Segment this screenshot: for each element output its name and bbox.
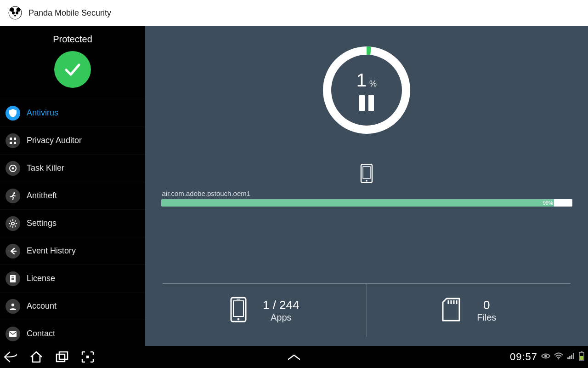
protection-status-label: Protected <box>53 34 92 45</box>
svg-point-5 <box>14 15 16 16</box>
arrow-left-icon <box>6 244 20 259</box>
svg-rect-42 <box>86 356 89 358</box>
runner-icon <box>6 189 20 203</box>
svg-point-13 <box>11 222 14 225</box>
expand-up-button[interactable] <box>287 350 301 364</box>
panda-logo-icon <box>7 5 23 21</box>
phone-icon <box>230 297 247 324</box>
protection-status: Protected <box>0 26 145 96</box>
svg-point-31 <box>366 180 368 182</box>
pause-button[interactable] <box>359 95 374 111</box>
status-bar-right: 09:57 <box>510 351 584 363</box>
sidebar-item-settings[interactable]: Settings <box>0 209 145 237</box>
screenshot-button[interactable] <box>81 350 95 364</box>
progress-cap <box>554 199 572 207</box>
clock: 09:57 <box>510 351 537 363</box>
sidebar-item-license[interactable]: License <box>0 264 145 292</box>
sidebar-item-contact[interactable]: Contact <box>0 320 145 347</box>
svg-rect-30 <box>363 167 370 178</box>
sidebar-item-account[interactable]: Account <box>0 292 145 320</box>
scan-progress-bar: 99% <box>161 199 572 207</box>
sidebar-item-antivirus[interactable]: Antivirus <box>0 99 145 126</box>
svg-point-2 <box>17 8 21 12</box>
svg-rect-33 <box>233 301 243 316</box>
svg-rect-40 <box>57 354 65 362</box>
sidebar-item-label: Account <box>27 301 57 311</box>
sidebar-item-task-killer[interactable]: Task Killer <box>0 154 145 182</box>
scan-area: 1 % air.com.adobe.pstouch.oem1 <box>145 26 588 283</box>
back-button[interactable] <box>4 350 17 364</box>
stat-files: 0 Files <box>367 284 571 337</box>
app-titlebar: Panda Mobile Security <box>0 0 588 26</box>
svg-rect-41 <box>59 352 68 359</box>
svg-line-18 <box>10 220 11 221</box>
android-navbar: 09:57 <box>0 346 588 368</box>
wifi-icon <box>554 352 563 362</box>
main-panel: 1 % air.com.adobe.pstouch.oem1 <box>145 26 588 346</box>
sidebar-item-privacy-auditor[interactable]: Privacy Auditor <box>0 126 145 154</box>
svg-rect-9 <box>14 142 16 144</box>
sidebar-item-antitheft[interactable]: Antitheft <box>0 182 145 209</box>
svg-point-3 <box>12 11 15 14</box>
person-icon <box>6 299 20 314</box>
svg-line-21 <box>10 225 11 226</box>
recent-apps-button[interactable] <box>55 350 69 364</box>
phone-icon <box>360 164 373 185</box>
svg-rect-7 <box>14 138 16 140</box>
sidebar: Protected Antivirus Privacy Auditor <box>0 26 145 346</box>
svg-point-4 <box>16 11 18 14</box>
scan-progress-line: air.com.adobe.pstouch.oem1 99% <box>161 190 572 207</box>
svg-point-11 <box>12 167 14 169</box>
svg-rect-22 <box>10 275 16 282</box>
battery-icon <box>579 351 584 362</box>
scan-current-item: air.com.adobe.pstouch.oem1 <box>161 190 572 197</box>
home-button[interactable] <box>29 350 43 364</box>
sidebar-menu: Antivirus Privacy Auditor Task Killer <box>0 99 145 347</box>
grid-icon <box>6 133 20 148</box>
svg-rect-27 <box>9 331 17 337</box>
scan-progress-ring: 1 % <box>321 44 413 136</box>
sidebar-item-label: Settings <box>27 218 57 228</box>
signal-icon <box>567 352 575 362</box>
sidebar-item-label: Contact <box>27 329 55 339</box>
protected-check-icon <box>54 51 91 88</box>
smart-stay-icon <box>541 352 550 362</box>
svg-point-43 <box>544 355 547 357</box>
svg-line-19 <box>15 225 16 226</box>
svg-point-1 <box>10 8 14 12</box>
svg-point-34 <box>237 318 240 320</box>
sidebar-item-label: Antivirus <box>27 108 58 118</box>
sd-card-icon <box>441 298 461 323</box>
app-title: Panda Mobile Security <box>28 8 111 18</box>
pause-icon <box>359 95 365 111</box>
stat-apps-value: 1 / 244 <box>263 298 300 312</box>
target-icon <box>6 161 20 176</box>
sidebar-item-event-history[interactable]: Event History <box>0 237 145 264</box>
stat-apps-label: Apps <box>271 312 292 323</box>
svg-point-26 <box>11 303 14 306</box>
scan-percent: 1 % <box>356 70 377 91</box>
stat-files-label: Files <box>477 312 496 323</box>
stat-files-value: 0 <box>483 298 490 312</box>
pause-icon <box>368 95 374 111</box>
svg-line-20 <box>15 220 16 221</box>
sidebar-item-label: Event History <box>27 246 76 256</box>
gear-icon <box>6 216 20 231</box>
sidebar-item-label: Privacy Auditor <box>27 136 82 145</box>
sidebar-item-label: Antitheft <box>27 191 57 201</box>
scan-percent-unit: % <box>369 79 377 89</box>
shield-icon <box>6 106 20 121</box>
sidebar-item-label: License <box>27 274 55 283</box>
svg-rect-8 <box>10 142 12 144</box>
mail-icon <box>6 327 20 341</box>
scan-percent-value: 1 <box>356 70 367 91</box>
document-icon <box>6 271 20 286</box>
sidebar-item-label: Task Killer <box>27 163 64 173</box>
stat-apps: 1 / 244 Apps <box>163 284 367 337</box>
svg-rect-47 <box>580 356 583 360</box>
svg-point-12 <box>13 192 15 194</box>
svg-rect-6 <box>10 138 12 140</box>
scan-stats: 1 / 244 Apps 0 Files <box>163 283 571 337</box>
scan-progress-percent-label: 99% <box>543 199 553 207</box>
